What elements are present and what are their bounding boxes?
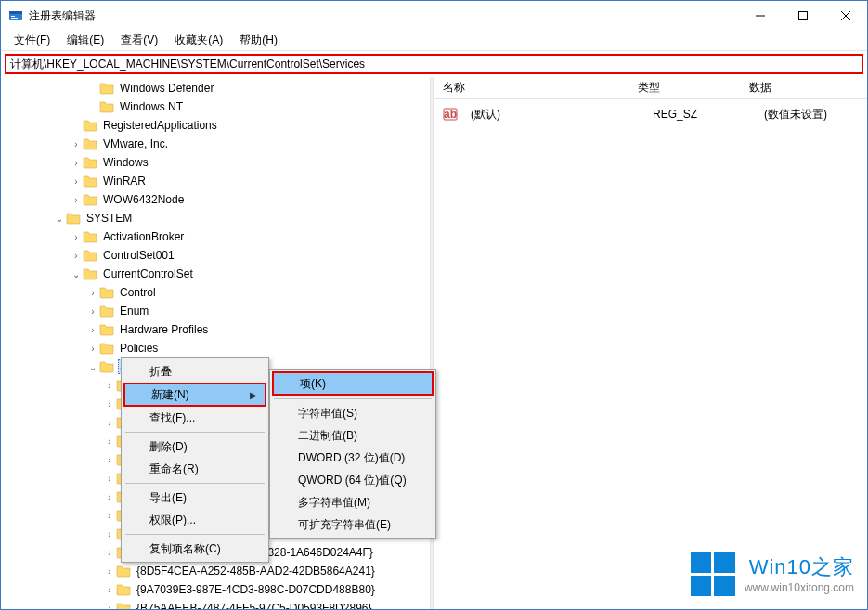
menu-item[interactable]: 重命名(R) [123, 458, 266, 480]
expand-icon[interactable]: › [103, 529, 116, 539]
expand-icon[interactable]: › [70, 251, 83, 261]
tree-node[interactable]: ›Hardware Profiles [1, 320, 430, 339]
expand-icon[interactable]: › [103, 604, 116, 610]
tree-node[interactable]: ›Enum [1, 302, 430, 320]
tree-node[interactable]: ›ActivationBroker [1, 227, 430, 246]
value-name: (默认) [461, 107, 643, 123]
menu-separator [125, 534, 265, 535]
menu-item[interactable]: 权限(P)... [123, 509, 266, 531]
expand-icon[interactable]: › [86, 288, 99, 298]
expand-icon[interactable]: › [70, 232, 83, 242]
expand-icon[interactable]: › [86, 325, 99, 335]
folder-icon [99, 322, 114, 337]
menu-item[interactable]: 查找(F)... [123, 407, 266, 429]
expand-icon[interactable]: › [103, 474, 116, 484]
expand-icon[interactable]: › [103, 585, 116, 595]
expand-icon[interactable]: › [70, 176, 83, 187]
menu-item[interactable]: 可扩充字符串值(E) [272, 513, 434, 536]
watermark: Win10之家 www.win10xitong.com [691, 552, 854, 596]
menu-item[interactable]: 新建(N)▶ [123, 383, 266, 407]
context-submenu-new: 项(K)字符串值(S)二进制值(B)DWORD (32 位)值(D)QWORD … [269, 369, 436, 539]
expand-icon[interactable]: › [86, 306, 99, 317]
tree-node[interactable]: ›Windows [1, 153, 430, 172]
menu-item[interactable]: 复制项名称(C) [123, 538, 266, 560]
menu-item[interactable]: 字符串值(S) [272, 402, 434, 424]
expand-icon[interactable]: › [70, 195, 83, 205]
folder-icon [83, 174, 97, 188]
menu-item[interactable]: 项(K) [272, 371, 434, 396]
windows-logo-icon [691, 552, 735, 596]
tree-label: WinRAR [101, 174, 148, 188]
tree-node[interactable]: ›VMware, Inc. [1, 135, 430, 153]
menu-item[interactable]: 导出(E) [123, 487, 266, 509]
expand-icon[interactable]: › [103, 511, 116, 521]
folder-icon [83, 192, 97, 207]
expand-icon[interactable]: › [103, 399, 116, 409]
address-input[interactable] [10, 58, 858, 71]
tree-node[interactable]: Windows NT [1, 97, 430, 116]
tree-label: {8D5F4CEA-A252-485B-AAD2-42DB5864A241} [135, 564, 377, 578]
list-body[interactable]: ab (默认) REG_SZ (数值未设置) [434, 99, 867, 609]
tree-label: Policies [118, 341, 160, 356]
tree-node[interactable]: ›{B75AAEEB-7487-4FF5-97C5-D0593F8D2896} [1, 599, 430, 609]
tree-node[interactable]: ›Policies [1, 339, 430, 357]
folder-icon [83, 155, 97, 170]
expand-icon[interactable]: › [86, 344, 99, 354]
tree-label: Enum [118, 304, 150, 318]
tree-node[interactable]: ›ControlSet001 [1, 246, 430, 265]
folder-icon [66, 211, 81, 226]
menu-view[interactable]: 查看(V) [113, 31, 165, 50]
col-data[interactable]: 数据 [740, 80, 867, 96]
folder-icon [83, 248, 97, 263]
tree-label: Windows [101, 155, 150, 170]
folder-icon [116, 601, 131, 609]
menu-edit[interactable]: 编辑(E) [59, 31, 111, 50]
expand-icon[interactable]: ⌄ [53, 214, 66, 224]
context-menu: 折叠新建(N)▶查找(F)...删除(D)重命名(R)导出(E)权限(P)...… [121, 357, 269, 563]
expand-icon[interactable]: ⌄ [70, 269, 83, 279]
tree-node[interactable]: Windows Defender [1, 79, 430, 97]
menu-file[interactable]: 文件(F) [6, 31, 58, 50]
menu-item[interactable]: QWORD (64 位)值(Q) [272, 469, 434, 491]
tree-node[interactable]: ⌄SYSTEM [1, 209, 430, 227]
tree-node[interactable]: RegisteredApplications [1, 116, 430, 135]
expand-icon[interactable]: › [103, 455, 116, 465]
tree-node[interactable]: ⌄CurrentControlSet [1, 265, 430, 283]
expand-icon[interactable]: › [103, 548, 116, 558]
folder-icon [116, 582, 131, 597]
menu-item[interactable]: 多字符串值(M) [272, 491, 434, 513]
col-type[interactable]: 类型 [628, 80, 740, 96]
minimize-button[interactable] [739, 1, 782, 31]
folder-icon [99, 304, 114, 318]
menu-separator [125, 483, 265, 484]
menu-item[interactable]: 二进制值(B) [272, 424, 434, 447]
list-header: 名称 类型 数据 [434, 77, 867, 99]
expand-icon[interactable]: › [103, 436, 116, 447]
col-name[interactable]: 名称 [434, 80, 628, 96]
tree-node[interactable]: ›WOW6432Node [1, 190, 430, 209]
maximize-button[interactable] [782, 1, 824, 31]
menu-favorites[interactable]: 收藏夹(A) [167, 31, 230, 50]
expand-icon[interactable]: › [103, 492, 116, 502]
menu-item[interactable]: 折叠 [123, 360, 266, 383]
tree-node[interactable]: ›{8D5F4CEA-A252-485B-AAD2-42DB5864A241} [1, 562, 430, 580]
expand-icon[interactable]: › [103, 418, 116, 428]
tree-label: VMware, Inc. [101, 136, 170, 151]
expand-icon[interactable]: › [103, 566, 116, 577]
expand-icon[interactable]: › [103, 381, 116, 391]
value-row[interactable]: ab (默认) REG_SZ (数值未设置) [434, 105, 867, 123]
tree-node[interactable]: ›WinRAR [1, 172, 430, 190]
tree-node[interactable]: ›Control [1, 283, 430, 302]
expand-icon[interactable]: › [70, 158, 83, 168]
regedit-app-icon [8, 8, 23, 23]
folder-icon [99, 99, 114, 114]
menu-item[interactable]: DWORD (32 位)值(D) [272, 447, 434, 469]
tree-node[interactable]: ›{9A7039E3-987E-4CD3-898C-D07CDD488B80} [1, 580, 430, 599]
menu-item[interactable]: 删除(D) [123, 435, 266, 458]
expand-icon[interactable]: ⌄ [86, 362, 99, 372]
close-button[interactable] [824, 1, 867, 31]
address-bar [5, 54, 863, 74]
menu-help[interactable]: 帮助(H) [232, 31, 285, 50]
titlebar[interactable]: 注册表编辑器 [1, 1, 867, 31]
expand-icon[interactable]: › [70, 139, 83, 149]
